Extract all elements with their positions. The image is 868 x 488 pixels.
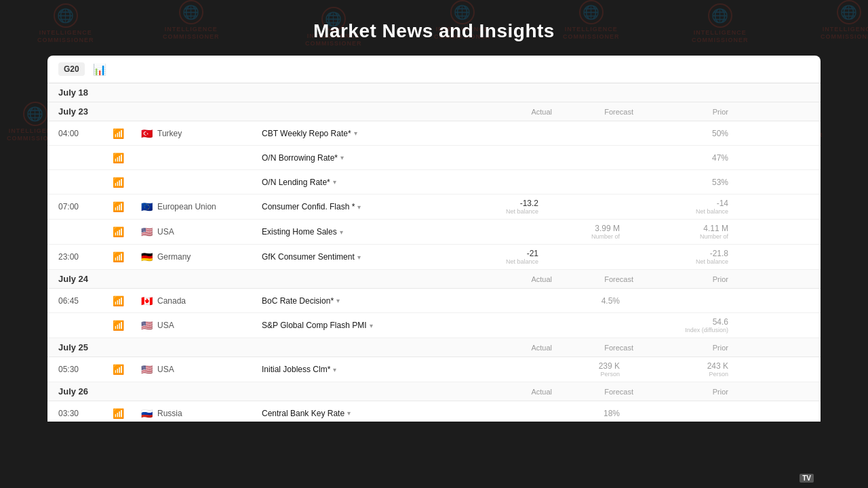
event-prior: -14 Net balance [620,199,728,215]
importance-icon: 📶 [113,296,140,306]
event-country: 🇹🇷 Turkey [140,129,262,138]
event-actual: -13.2 Net balance [430,199,538,215]
event-prior: 4.11 M Number of [620,224,728,240]
event-country: 🇺🇸 USA [140,321,262,330]
main-panel: G20 📊 July 18 July 23 Actual Forecast Pr… [47,56,821,422]
page-title: Market News and Insights [0,20,868,42]
event-name: O/N Lending Rate* ▾ [262,178,430,187]
event-forecast: 18% [538,409,620,418]
event-prior: 54.6 Index (diffusion) [620,317,728,333]
importance-icon: 📶 [113,364,140,375]
event-name: Consumer Confid. Flash * ▾ [262,202,430,211]
table-row: 📶 🇺🇸 USA S&P Global Comp Flash PMI ▾ 54.… [47,313,821,338]
tv-icon: TV [800,474,814,483]
table-row: 03:30 📶 🇷🇺 Russia Central Bank Key Rate … [47,401,821,420]
date-header-july25: July 25 Actual Forecast Prior [47,338,821,357]
table-row: 📶 O/N Borrowing Rate* ▾ 47% [47,146,821,170]
g20-filter-tag[interactable]: G20 [58,62,85,76]
table-row: 05:30 📶 🇺🇸 USA Initial Jobless Clm* ▾ 23… [47,357,821,382]
importance-icon: 📶 [113,128,140,139]
event-country: 🇪🇺 European Union [140,202,262,211]
event-name: Central Bank Key Rate ▾ [262,409,430,418]
event-time: 04:00 [58,129,113,138]
importance-icon: 📶 [113,408,140,419]
event-prior: -21.8 Net balance [620,249,728,265]
date-header-july24: July 24 Actual Forecast Prior [47,270,821,289]
event-country: 🇺🇸 USA [140,227,262,237]
date-header-july23: July 23 Actual Forecast Prior [47,102,821,121]
event-time: 03:30 [58,409,113,418]
event-country: 🇩🇪 Germany [140,252,262,262]
importance-icon: 📶 [113,320,140,331]
event-name: CBT Weekly Repo Rate* ▾ [262,129,430,138]
date-header-july18: July 18 [47,83,821,102]
importance-icon: 📶 [113,251,140,262]
page-header: Market News and Insights [0,0,868,56]
event-country: 🇨🇦 Canada [140,296,262,306]
event-forecast: 239 K Person [538,361,620,378]
event-name: O/N Borrowing Rate* ▾ [262,153,430,163]
event-prior: 50% [620,129,728,138]
event-country: 🇺🇸 USA [140,365,262,374]
importance-icon: 📶 [113,152,140,163]
event-time: 06:45 [58,296,113,306]
table-row: 📶 🇺🇸 USA Existing Home Sales ▾ 3.99 M Nu… [47,220,821,245]
chart-filter-icon[interactable]: 📊 [93,63,106,76]
event-time: 07:00 [58,202,113,211]
importance-icon: 📶 [113,226,140,237]
event-prior: 53% [620,178,728,187]
table-row: 📶 O/N Lending Rate* ▾ 53% [47,170,821,195]
event-name: Initial Jobless Clm* ▾ [262,365,430,374]
table-row: 04:00 📶 🇹🇷 Turkey CBT Weekly Repo Rate* … [47,121,821,146]
event-name: GfK Consumer Sentiment ▾ [262,252,430,262]
event-prior: 47% [620,153,728,163]
event-time: 23:00 [58,252,113,262]
event-name: BoC Rate Decision* ▾ [262,296,430,306]
table-row: 23:00 📶 🇩🇪 Germany GfK Consumer Sentimen… [47,245,821,270]
event-name: S&P Global Comp Flash PMI ▾ [262,321,430,330]
importance-icon: 📶 [113,201,140,212]
importance-icon: 📶 [113,177,140,188]
table-row: 07:00 📶 🇪🇺 European Union Consumer Confi… [47,195,821,220]
event-forecast: 3.99 M Number of [538,224,620,240]
events-scroll-area[interactable]: July 18 July 23 Actual Forecast Prior 04… [47,83,821,420]
event-prior: 243 K Person [620,361,728,378]
event-time: 05:30 [58,365,113,374]
event-actual: -21 Net balance [430,249,538,265]
event-name: Existing Home Sales ▾ [262,227,430,237]
event-country: 🇷🇺 Russia [140,409,262,418]
event-forecast: 4.5% [538,296,620,306]
filter-bar: G20 📊 [47,56,821,83]
date-header-july26: July 26 Actual Forecast Prior [47,382,821,401]
tradingview-logo: TV [800,474,814,483]
table-row: 06:45 📶 🇨🇦 Canada BoC Rate Decision* ▾ 4… [47,289,821,313]
